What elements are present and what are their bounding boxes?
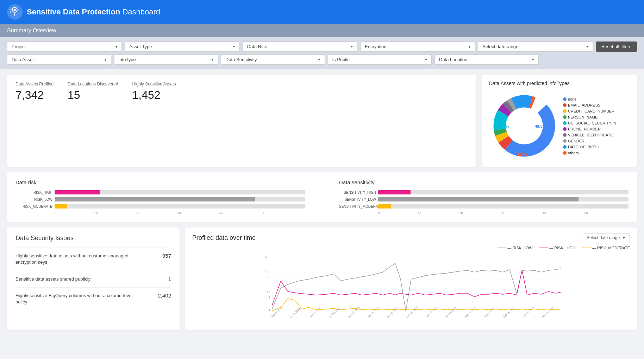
middle-row: Data risk RISK_HIGH RISK_LOW	[7, 172, 637, 222]
chevron-down-icon: ▼	[232, 45, 236, 49]
svg-text:12.3%: 12.3%	[517, 153, 527, 156]
chevron-down-icon: ▼	[468, 45, 471, 49]
bar-row: RISK_LOW	[15, 197, 305, 201]
chevron-down-icon: ▼	[104, 58, 107, 62]
svg-text:500: 500	[265, 255, 270, 259]
legend-ssn: US_SOCIAL_SECURITY_N...	[563, 121, 620, 125]
svg-text:Jan 23, 2024: Jan 23, 2024	[464, 306, 476, 318]
svg-text:15: 15	[10, 8, 13, 11]
legend-phone: PHONE_NUMBER	[563, 127, 620, 131]
app-logo: 15 5	[7, 4, 23, 20]
bar-fill	[55, 190, 100, 194]
charts-card: Data risk RISK_HIGH RISK_LOW	[7, 172, 637, 222]
stat-locations: Data Locations Discovered 15	[68, 82, 118, 160]
main-content: Data Assets Profiled 7,342 Data Location…	[0, 69, 644, 335]
summary-bar: Summary Overview	[0, 24, 644, 37]
reset-all-filters-button[interactable]: Reset all filters	[596, 41, 637, 52]
donut-chart: 48.5% 10.9% 11.2% 12.3%	[489, 91, 559, 161]
bar-row: SENSITIVITY_MODERATE	[339, 204, 629, 209]
timeseries-legend: — RISK_LOW — RISK_HIGH — RISK_MODERATE	[192, 246, 630, 250]
svg-text:Jan 11, 2024: Jan 11, 2024	[445, 306, 457, 318]
security-row: Sensitive data assets shared publicly 1	[15, 271, 171, 287]
filter-data-asset[interactable]: Data Asset ▼	[7, 55, 111, 65]
security-card: Data Security Issues Highly sensitive da…	[7, 227, 180, 330]
legend-others: others	[563, 151, 620, 155]
security-row: Highly sensitive BigQuery columns withou…	[15, 287, 171, 310]
timeseries-card: Profiled data over time Select date rang…	[185, 227, 637, 330]
header: 15 5 Sensitive Data Protection Dashboard	[0, 0, 644, 24]
chevron-down-icon: ▼	[531, 58, 535, 62]
legend-risk-high: — RISK_HIGH	[539, 246, 575, 250]
svg-text:5: 5	[268, 296, 270, 299]
svg-text:Feb 16, 2024: Feb 16, 2024	[503, 306, 515, 318]
legend-none: none	[563, 97, 620, 101]
legend-credit-card: CREDIT_CARD_NUMBER	[563, 109, 620, 113]
svg-text:10.9%: 10.9%	[499, 124, 509, 128]
bar-fill	[55, 197, 255, 201]
svg-point-1	[14, 9, 16, 11]
bar-fill	[378, 204, 391, 209]
svg-text:Dec 6, 2023: Dec 6, 2023	[387, 307, 398, 318]
svg-text:Mar 11, 2024: Mar 11, 2024	[542, 306, 554, 318]
svg-text:Oct 7, 2023: Oct 7, 2023	[290, 307, 301, 318]
filter-infotype[interactable]: infoType ▼	[114, 55, 218, 65]
divider	[322, 179, 322, 215]
legend-dob: DATE_OF_BIRTH	[563, 145, 620, 149]
svg-text:Feb 4, 2024: Feb 4, 2024	[483, 307, 494, 318]
chevron-down-icon: ▼	[211, 58, 214, 62]
filter-encryption[interactable]: Encryption ▼	[360, 41, 475, 52]
filter-row-1: Project ▼ Asset Type ▼ Data Risk ▼ Encry…	[7, 41, 637, 52]
legend-risk-moderate: — RISK_MODERATE	[582, 246, 630, 250]
bar-fill	[378, 197, 579, 201]
svg-text:100: 100	[265, 269, 270, 273]
chevron-down-icon: ▼	[622, 235, 626, 240]
svg-text:48.5%: 48.5%	[535, 124, 546, 128]
timeseries-date-select[interactable]: Select date range ▼	[583, 233, 630, 242]
svg-text:1: 1	[268, 308, 270, 312]
bar-row: RISK_MODERATE	[15, 204, 305, 209]
filter-data-risk[interactable]: Data Risk ▼	[243, 41, 357, 52]
legend-email: EMAIL_ADDRESS	[563, 103, 620, 107]
filter-project[interactable]: Project ▼	[7, 41, 122, 52]
bar-row: SENSITIVITY_LOW	[339, 197, 629, 201]
svg-text:Nov 24, 2023: Nov 24, 2023	[367, 306, 379, 318]
filter-row-2: Data Asset ▼ infoType ▼ Data Sensitivity…	[7, 55, 637, 65]
stats-card: Data Assets Profiled 7,342 Data Location…	[7, 75, 476, 167]
filters-section: Project ▼ Asset Type ▼ Data Risk ▼ Encry…	[0, 37, 644, 69]
top-row: Data Assets Profiled 7,342 Data Location…	[7, 75, 637, 167]
donut-legend: none EMAIL_ADDRESS CREDIT_CARD_NUMBER PE…	[563, 97, 620, 155]
svg-text:10: 10	[267, 290, 270, 294]
bar-row: RISK_HIGH	[15, 190, 305, 194]
donut-card: Data Assets with predicted infoTypes	[482, 75, 637, 167]
security-row: Highly sensitive data assets without cus…	[15, 248, 171, 270]
legend-gender: GENDER	[563, 139, 620, 143]
svg-text:5: 5	[10, 11, 12, 13]
legend-person-name: PERSON_NAME	[563, 115, 620, 119]
data-sensitivity-chart: Data sensitivity SENSITIVITY_HIGH SENSIT…	[339, 179, 629, 215]
filter-asset-type[interactable]: Asset Type ▼	[125, 41, 239, 52]
filter-is-public[interactable]: Is Public ▼	[328, 55, 432, 65]
bottom-row: Data Security Issues Highly sensitive da…	[7, 227, 637, 330]
data-risk-chart: Data risk RISK_HIGH RISK_LOW	[15, 179, 305, 215]
chevron-down-icon: ▼	[350, 45, 354, 49]
stat-sensitive: Highly Sensitive Assets 1,452	[132, 82, 176, 160]
timeseries-chart: 500 100 50 10 5 1 Sep	[192, 253, 630, 323]
svg-text:Dec 18, 2023: Dec 18, 2023	[406, 306, 418, 318]
bar-fill	[378, 190, 411, 194]
timeseries-header: Profiled data over time Select date rang…	[192, 233, 630, 242]
filter-data-location[interactable]: Data Location ▼	[434, 55, 539, 65]
chevron-down-icon: ▼	[318, 58, 321, 62]
chevron-down-icon: ▼	[586, 45, 589, 49]
svg-text:11.2%: 11.2%	[512, 147, 522, 151]
filter-date-range[interactable]: Select date range ▼	[478, 41, 593, 52]
chevron-down-icon: ▼	[114, 45, 118, 49]
legend-vehicle: VEHICLE_IDENTIFICATIO...	[563, 133, 620, 137]
svg-text:Dec 30, 2023: Dec 30, 2023	[425, 306, 437, 318]
bar-fill	[55, 204, 67, 209]
svg-text:Oct 31, 2023: Oct 31, 2023	[329, 307, 340, 318]
legend-risk-low: — RISK_LOW	[498, 246, 532, 250]
svg-text:50: 50	[267, 276, 270, 280]
chevron-down-icon: ▼	[424, 58, 428, 62]
filter-data-sensitivity[interactable]: Data Sensitivity ▼	[221, 55, 325, 65]
stat-profiled: Data Assets Profiled 7,342	[15, 82, 54, 160]
